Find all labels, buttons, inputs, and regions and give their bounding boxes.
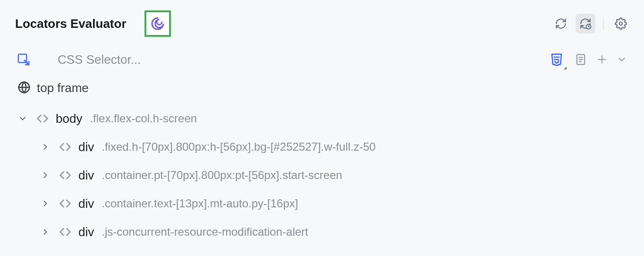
- add-icon[interactable]: [596, 53, 608, 66]
- page-title: Locators Evaluator: [15, 17, 127, 31]
- element-icon: [35, 111, 50, 126]
- element-picker-icon[interactable]: [14, 50, 33, 69]
- chevron-down-icon[interactable]: [16, 112, 29, 125]
- refresh-icon[interactable]: [551, 14, 571, 34]
- chevron-right-icon[interactable]: [39, 169, 52, 182]
- tree-row[interactable]: div .container.pt-[70px].800px:pt-[56px]…: [16, 161, 635, 189]
- globe-icon: [17, 80, 31, 96]
- tree-row[interactable]: body .flex.flex-col.h-screen: [16, 104, 635, 133]
- tag-classes: .container.text-[13px].mt-auto.py-[16px]: [102, 197, 298, 210]
- tag-name: div: [78, 140, 94, 154]
- tag-classes: .flex.flex-col.h-screen: [90, 112, 197, 125]
- web-inspector-icon[interactable]: [144, 10, 171, 37]
- dom-tree: body .flex.flex-col.h-screen div .fixed.…: [0, 102, 644, 246]
- element-icon: [58, 196, 73, 211]
- frame-label[interactable]: top frame: [37, 81, 89, 95]
- css-mode-icon[interactable]: [548, 51, 566, 68]
- svg-point-1: [619, 22, 623, 26]
- tree-row[interactable]: div .fixed.h-[70px].800px:h-[56px].bg-[#…: [16, 133, 635, 161]
- element-icon: [58, 168, 73, 183]
- tag-classes: .container.pt-[70px].800px:pt-[56px].sta…: [102, 169, 342, 182]
- expand-options-icon[interactable]: [617, 54, 627, 65]
- element-icon: [58, 139, 73, 154]
- settings-icon[interactable]: [611, 14, 631, 34]
- tree-row[interactable]: div .container.text-[13px].mt-auto.py-[1…: [16, 189, 635, 218]
- element-icon: [58, 224, 73, 239]
- tree-row[interactable]: div .js-concurrent-resource-modification…: [16, 218, 635, 246]
- tag-classes: .fixed.h-[70px].800px:h-[56px].bg-[#2525…: [102, 140, 375, 154]
- text-mode-icon[interactable]: [574, 53, 587, 66]
- tag-name: div: [78, 196, 94, 211]
- chevron-right-icon[interactable]: [39, 140, 52, 154]
- selector-input[interactable]: [54, 51, 541, 69]
- tag-classes: .js-concurrent-resource-modification-ale…: [102, 225, 308, 239]
- chevron-right-icon[interactable]: [39, 197, 52, 210]
- chevron-right-icon[interactable]: [39, 225, 52, 239]
- divider: [603, 17, 603, 30]
- refresh-auto-icon[interactable]: [576, 14, 595, 34]
- tag-name: div: [78, 225, 94, 239]
- tag-name: div: [78, 168, 94, 183]
- tag-name: body: [56, 111, 82, 126]
